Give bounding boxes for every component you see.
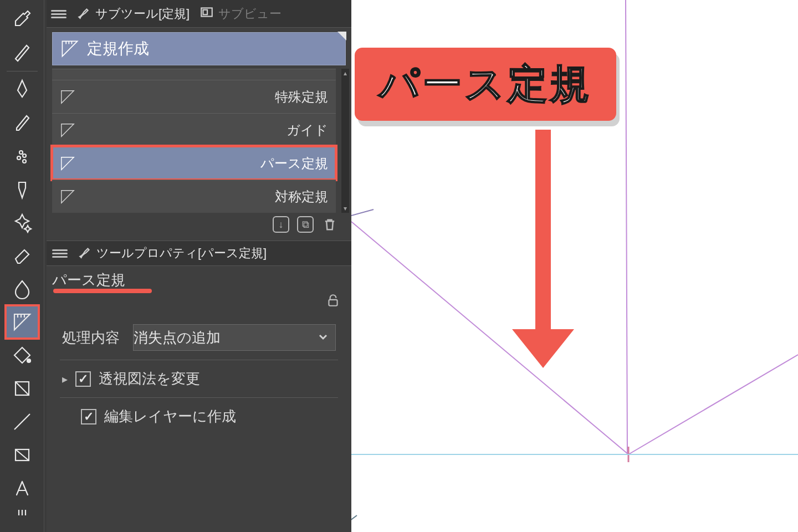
subtool-panel: サブツール[定規] サブビュー 定規作成 定規ペン 特殊定規 ガイド パ: [47, 0, 351, 532]
subtool-item-label: 対称定規: [275, 188, 328, 206]
checkbox-label: 編集レイヤーに作成: [104, 407, 236, 426]
airbrush-tool[interactable]: [6, 172, 39, 206]
svg-point-3: [23, 160, 26, 163]
subtool-group-label: 定規作成: [87, 38, 149, 59]
property-label: 処理内容: [62, 328, 120, 347]
correction-tool[interactable]: [6, 35, 39, 69]
text-tool[interactable]: [6, 472, 39, 505]
subtool-item-perspective-ruler[interactable]: パース定規: [52, 146, 336, 180]
eraser-tool[interactable]: [6, 239, 39, 272]
duplicate-subtool-button[interactable]: ⧉: [297, 216, 314, 233]
blend-tool[interactable]: [6, 272, 39, 305]
svg-point-4: [27, 359, 30, 362]
tab-subview[interactable]: サブビュー: [200, 5, 282, 23]
annotation-callout-text: パース定規: [379, 62, 592, 106]
ruler-icon: [60, 122, 75, 138]
ruler-icon: [60, 39, 79, 58]
subtool-item-cutoff[interactable]: 定規ペン: [52, 69, 336, 80]
annotation-callout: パース定規: [355, 48, 616, 121]
fill-tool[interactable]: [6, 339, 39, 372]
tab-tool-property-label: ツールプロパティ[パース定規]: [96, 245, 267, 262]
frame-tool[interactable]: [6, 438, 39, 472]
pen-tool[interactable]: [6, 73, 39, 106]
subtool-item-symmetry-ruler[interactable]: 対称定規: [52, 180, 336, 213]
tool-property-tabbar: ツールプロパティ[パース定規]: [47, 241, 351, 266]
delete-subtool-button[interactable]: [321, 216, 338, 233]
subtool-item-guide[interactable]: ガイド: [52, 113, 336, 146]
pencil-tool[interactable]: [6, 106, 39, 139]
brush-icon: [76, 5, 91, 23]
lock-icon[interactable]: [326, 293, 340, 310]
tool-strip: [0, 0, 44, 532]
gradient-tool[interactable]: [6, 372, 39, 405]
subview-icon: [200, 5, 214, 23]
divider: [7, 71, 38, 71]
scroll-up-icon[interactable]: ▴: [341, 69, 349, 78]
property-row-change-perspective: ▸ 透視図法を変更: [60, 360, 338, 397]
decoration-tool[interactable]: [6, 206, 39, 239]
ruler-icon: [60, 89, 75, 105]
tab-subtool-label: サブツール[定規]: [95, 6, 190, 22]
process-select[interactable]: 消失点の追加: [133, 324, 336, 351]
subtool-tabbar: サブツール[定規] サブビュー: [47, 0, 351, 28]
svg-rect-8: [203, 9, 208, 14]
figure-tool[interactable]: [6, 405, 39, 438]
svg-line-15: [351, 209, 374, 222]
brush-icon: [78, 244, 92, 262]
svg-point-1: [23, 154, 26, 157]
ruler-icon: [60, 156, 75, 171]
ruler-tool[interactable]: [6, 305, 39, 339]
svg-line-16: [351, 515, 357, 532]
subtool-item-label: パース定規: [260, 155, 328, 172]
property-row-create-on-layer: 編集レイヤーに作成: [60, 397, 338, 435]
checkbox-change-perspective[interactable]: [75, 371, 91, 387]
svg-point-2: [17, 156, 21, 160]
tab-subview-label: サブビュー: [218, 6, 282, 22]
svg-line-12: [626, 0, 627, 454]
subtool-scrollbar[interactable]: ▴ ▾: [341, 69, 349, 213]
svg-line-10: [351, 222, 628, 454]
subtool-actions: ↓ ⧉: [47, 213, 351, 233]
svg-point-0: [19, 151, 23, 154]
svg-line-11: [628, 355, 798, 454]
annotation-underline: [53, 289, 152, 293]
subtool-item-label: 特殊定規: [275, 88, 328, 106]
subtool-list: 定規ペン 特殊定規 ガイド パース定規 対称定規: [52, 69, 336, 213]
brush-tool[interactable]: [6, 139, 39, 172]
subtool-item-special-ruler[interactable]: 特殊定規: [52, 80, 336, 113]
tab-subtool[interactable]: サブツール[定規]: [76, 5, 190, 23]
subtool-group-header[interactable]: 定規作成: [52, 32, 346, 65]
expand-icon[interactable]: ▸: [62, 372, 68, 386]
eyedropper-tool[interactable]: [6, 2, 39, 35]
panel-menu-icon[interactable]: [51, 8, 66, 19]
checkbox-label: 透視図法を変更: [99, 369, 200, 388]
checkbox-create-on-edit-layer[interactable]: [81, 409, 96, 424]
annotation-arrow-icon: [510, 130, 576, 368]
tool-property-title: パース定規: [47, 266, 351, 291]
tab-tool-property[interactable]: ツールプロパティ[パース定規]: [78, 244, 267, 262]
import-subtool-button[interactable]: ↓: [273, 216, 289, 233]
subtool-item-label: ガイド: [287, 121, 328, 139]
property-row-process: 処理内容 消失点の追加: [60, 315, 338, 360]
ruler-icon: [60, 189, 75, 204]
chevron-down-icon: [318, 329, 329, 346]
scroll-down-icon[interactable]: ▾: [341, 204, 349, 213]
tool-property-body: 処理内容 消失点の追加 ▸ 透視図法を変更 編集レイヤーに作成: [47, 315, 351, 435]
tool-property-title-text: パース定規: [52, 272, 125, 288]
panel-menu-icon[interactable]: [52, 248, 68, 259]
more-tool[interactable]: [6, 505, 39, 521]
select-value: 消失点の追加: [134, 328, 221, 347]
svg-rect-9: [329, 300, 337, 306]
